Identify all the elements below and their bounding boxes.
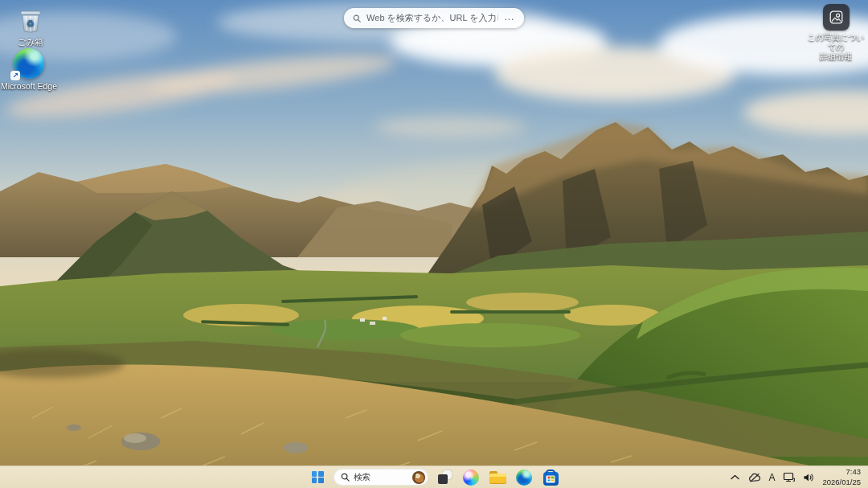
- edge-icon: ↗: [14, 48, 44, 79]
- speaker-icon: [803, 473, 814, 482]
- volume-tray-button[interactable]: [802, 469, 815, 486]
- file-explorer-button[interactable]: [487, 468, 508, 486]
- recycle-bin-icon: ♻: [17, 6, 44, 35]
- copilot-icon: [463, 470, 479, 486]
- edge-label: Microsoft Edge: [1, 81, 57, 91]
- taskbar-search-box[interactable]: 検索: [334, 469, 428, 486]
- recycle-bin-label: ごみ箱: [18, 37, 43, 47]
- wired-network-icon: [783, 472, 795, 482]
- search-icon: [353, 14, 361, 23]
- microsoft-store-icon: [543, 472, 559, 486]
- search-highlight-image: [412, 471, 425, 484]
- task-view-button[interactable]: [434, 468, 455, 486]
- edge-button[interactable]: [514, 468, 534, 486]
- desktop: ♻ ごみ箱 ↗ Microsoft Edge この写真についての 詳細情報 We…: [0, 0, 868, 488]
- onedrive-cloud-icon: [748, 473, 761, 482]
- windows-logo-icon: [312, 471, 324, 483]
- microsoft-store-button[interactable]: [540, 468, 561, 486]
- edge-icon: [516, 470, 532, 486]
- spotlight-label-line2: 詳細情報: [820, 52, 852, 62]
- shortcut-arrow-icon: ↗: [10, 71, 20, 80]
- clock[interactable]: 7:43 2026/01/25: [822, 467, 861, 487]
- tray-time: 7:43: [846, 467, 862, 477]
- more-options-icon[interactable]: …: [504, 13, 515, 24]
- wallpaper-image: [0, 0, 868, 488]
- start-button[interactable]: [307, 468, 328, 486]
- desktop-icon-recycle-bin[interactable]: ♻ ごみ箱: [0, 6, 62, 47]
- ime-mode-indicator[interactable]: A: [768, 472, 775, 483]
- web-search-placeholder: Web を検索するか、URL を入力します: [366, 12, 498, 24]
- onedrive-tray-button[interactable]: [748, 469, 761, 486]
- chevron-up-icon: [731, 474, 739, 480]
- spotlight-picture-icon: [823, 4, 850, 31]
- search-icon: [341, 473, 350, 482]
- desktop-icon-microsoft-edge[interactable]: ↗ Microsoft Edge: [0, 48, 60, 91]
- show-hidden-icons-button[interactable]: [728, 469, 741, 486]
- desktop-icon-spotlight[interactable]: この写真についての 詳細情報: [805, 4, 866, 62]
- web-search-bar[interactable]: Web を検索するか、URL を入力します …: [344, 8, 524, 28]
- taskbar-search-label: 検索: [354, 472, 371, 483]
- task-view-icon: [438, 470, 452, 484]
- copilot-button[interactable]: [461, 468, 481, 486]
- spotlight-label-line1: この写真についての: [805, 33, 866, 51]
- tray-date: 2026/01/25: [822, 478, 861, 487]
- file-explorer-icon: [489, 471, 506, 484]
- svg-text:♻: ♻: [27, 18, 35, 29]
- network-tray-button[interactable]: [782, 469, 795, 486]
- system-tray: A 7:43 2026/01/25: [723, 466, 868, 488]
